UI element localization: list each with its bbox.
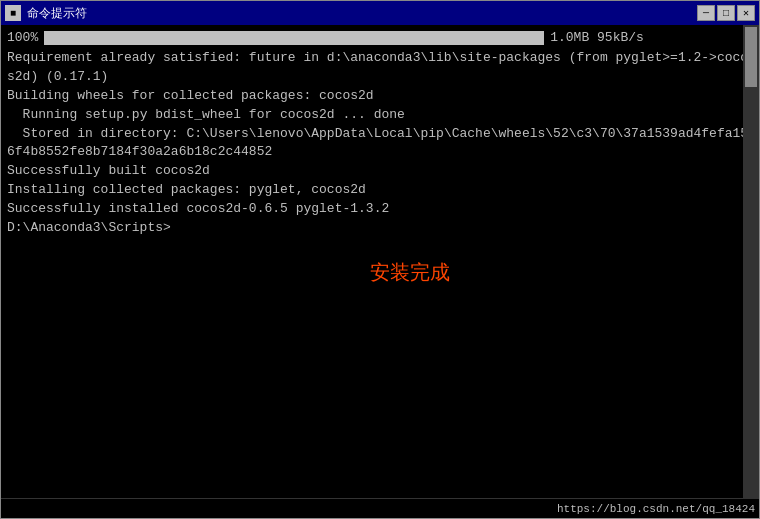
terminal-line-2: Running setup.py bdist_wheel for cocos2d… (7, 106, 753, 125)
title-bar-controls: ─ □ ✕ (697, 5, 755, 21)
progress-bar-fill (44, 31, 544, 45)
close-button[interactable]: ✕ (737, 5, 755, 21)
title-bar-left: ■ 命令提示符 (5, 5, 87, 22)
terminal-line-0: Requirement already satisfied: future in… (7, 49, 753, 87)
cmd-window: ■ 命令提示符 ─ □ ✕ 100% 1.0MB 95kB/s Requirem… (0, 0, 760, 519)
scrollbar[interactable] (743, 25, 759, 498)
terminal-line-6: Successfully installed cocos2d-0.6.5 pyg… (7, 200, 753, 219)
terminal-line-5: Installing collected packages: pyglet, c… (7, 181, 753, 200)
terminal-body[interactable]: 100% 1.0MB 95kB/s Requirement already sa… (1, 25, 759, 498)
progress-percent: 100% (7, 29, 38, 47)
maximize-button[interactable]: □ (717, 5, 735, 21)
status-bar: https://blog.csdn.net/qq_18424 (1, 498, 759, 518)
progress-speed: 1.0MB 95kB/s (550, 29, 644, 47)
terminal-prompt: D:\Anaconda3\Scripts> (7, 219, 753, 238)
window-icon: ■ (5, 5, 21, 21)
status-url: https://blog.csdn.net/qq_18424 (557, 503, 755, 515)
terminal-line-3: Stored in directory: C:\Users\lenovo\App… (7, 125, 753, 163)
window-icon-symbol: ■ (10, 8, 16, 19)
minimize-button[interactable]: ─ (697, 5, 715, 21)
window-title: 命令提示符 (27, 5, 87, 22)
progress-line: 100% 1.0MB 95kB/s (7, 29, 753, 47)
terminal-line-4: Successfully built cocos2d (7, 162, 753, 181)
scrollbar-thumb[interactable] (745, 27, 757, 87)
install-complete-text: 安装完成 (67, 258, 753, 286)
terminal-line-1: Building wheels for collected packages: … (7, 87, 753, 106)
title-bar: ■ 命令提示符 ─ □ ✕ (1, 1, 759, 25)
